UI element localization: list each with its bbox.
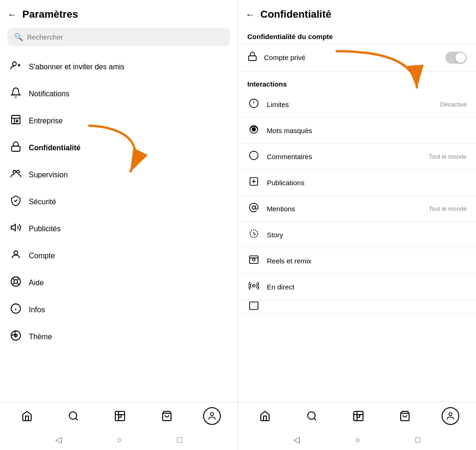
menu-item-abonner[interactable]: S'abonner et inviter des amis: [0, 54, 238, 81]
privacy-item-limites-value: Désactivé: [440, 101, 467, 108]
privacy-item-story[interactable]: Story: [238, 222, 476, 248]
svg-rect-6: [12, 146, 20, 151]
menu-item-securite[interactable]: Sécurité: [0, 188, 238, 215]
menu-item-compte-label: Compte: [29, 252, 55, 260]
svg-line-51: [314, 418, 316, 420]
svg-point-57: [449, 412, 452, 416]
privacy-item-limites[interactable]: Limites Désactivé: [238, 92, 476, 118]
menu-item-supervision[interactable]: Supervision: [0, 161, 238, 188]
svg-line-14: [17, 283, 19, 285]
left-nav-search[interactable]: [63, 406, 84, 426]
menu-item-securite-label: Sécurité: [29, 198, 56, 206]
shield-icon: [9, 195, 22, 209]
bell-icon: [9, 87, 22, 101]
more-icon: [247, 301, 260, 313]
svg-point-20: [11, 331, 20, 340]
svg-rect-45: [250, 256, 258, 264]
menu-item-theme[interactable]: Thème: [0, 323, 238, 350]
right-nav-home[interactable]: [255, 406, 275, 426]
menu-item-notifications-label: Notifications: [29, 90, 69, 98]
menu-item-aide[interactable]: Aide: [0, 269, 238, 296]
privacy-item-mentions-value: Tout le monde: [429, 205, 467, 212]
right-nav-search[interactable]: [302, 406, 322, 426]
broadcast-icon: [247, 281, 260, 293]
compte-prive-row[interactable]: Compte privé: [238, 44, 476, 72]
left-nav-reels[interactable]: [110, 406, 130, 426]
menu-item-abonner-label: S'abonner et inviter des amis: [29, 63, 125, 71]
svg-line-44: [254, 234, 256, 235]
svg-marker-9: [11, 224, 15, 231]
svg-point-12: [14, 280, 18, 283]
info-icon: [9, 303, 22, 317]
right-android-back[interactable]: ◁: [293, 435, 300, 445]
svg-point-10: [14, 251, 18, 255]
left-nav-profile[interactable]: [203, 407, 221, 425]
menu-item-confidentialite-label: Confidentialité: [29, 144, 80, 152]
svg-rect-4: [12, 115, 20, 124]
left-bottom-nav: [0, 402, 238, 430]
privacy-item-more[interactable]: [238, 300, 476, 314]
megaphone-icon: [9, 222, 22, 236]
privacy-item-commentaires[interactable]: Commentaires Tout le monde: [238, 144, 476, 170]
left-android-nav: ◁ ○ □: [0, 430, 238, 450]
menu-item-supervision-label: Supervision: [29, 171, 68, 179]
svg-point-50: [308, 412, 315, 419]
left-android-home[interactable]: ○: [117, 435, 122, 445]
svg-point-7: [13, 170, 16, 173]
svg-rect-31: [249, 56, 257, 60]
compte-prive-toggle[interactable]: [445, 52, 467, 64]
menu-item-infos-label: Infos: [29, 306, 45, 314]
right-nav-shop[interactable]: [395, 406, 415, 426]
privacy-item-en-direct[interactable]: En direct: [238, 274, 476, 300]
svg-rect-52: [354, 411, 363, 421]
svg-point-36: [252, 128, 255, 131]
right-nav-profile[interactable]: [442, 407, 459, 425]
left-android-recents[interactable]: □: [177, 435, 182, 445]
search-bar[interactable]: 🔍: [7, 28, 230, 46]
search-icon: 🔍: [14, 33, 23, 41]
svg-rect-49: [250, 302, 258, 310]
svg-line-13: [13, 278, 14, 280]
menu-item-entreprise[interactable]: Entreprise: [0, 107, 238, 134]
lifebuoy-icon: [9, 276, 22, 290]
privacy-item-reels-label: Reels et remix: [267, 257, 460, 265]
svg-point-29: [211, 412, 214, 416]
privacy-item-mots-masques[interactable]: Mots masqués: [238, 118, 476, 144]
menu-item-confidentialite[interactable]: Confidentialité: [0, 134, 238, 161]
menu-item-compte[interactable]: Compte: [0, 242, 238, 269]
svg-line-15: [17, 278, 19, 280]
menu-item-infos[interactable]: Infos: [0, 296, 238, 323]
svg-point-46: [252, 258, 255, 261]
left-nav-shop[interactable]: [157, 406, 177, 426]
privacy-item-commentaires-value: Tout le monde: [429, 153, 467, 160]
privacy-item-publications[interactable]: Publications: [238, 170, 476, 196]
privacy-item-commentaires-label: Commentaires: [267, 153, 422, 161]
right-android-nav: ◁ ○ □: [238, 430, 476, 450]
menu-item-aide-label: Aide: [29, 279, 44, 287]
menu-item-entreprise-label: Entreprise: [29, 117, 63, 125]
comment-icon: [247, 150, 260, 163]
right-android-home[interactable]: ○: [355, 435, 360, 445]
menu-item-notifications[interactable]: Notifications: [0, 81, 238, 107]
supervision-icon: [9, 168, 22, 182]
right-android-recents[interactable]: □: [416, 435, 421, 445]
privacy-item-story-label: Story: [267, 231, 460, 239]
svg-line-23: [76, 418, 78, 420]
left-nav-home[interactable]: [17, 406, 37, 426]
menu-item-theme-label: Thème: [29, 333, 52, 341]
menu-item-publicites[interactable]: Publicités: [0, 215, 238, 242]
privacy-item-reels[interactable]: Reels et remix: [238, 248, 476, 274]
alert-circle-icon: [247, 98, 260, 111]
privacy-item-mots-masques-label: Mots masqués: [267, 127, 460, 134]
lock-icon: [9, 141, 22, 155]
right-nav-reels[interactable]: [348, 406, 369, 426]
left-panel-title: Paramètres: [22, 8, 78, 20]
privacy-item-limites-label: Limites: [267, 101, 434, 108]
right-back-button[interactable]: ←: [245, 9, 255, 20]
left-back-button[interactable]: ←: [7, 9, 17, 20]
at-icon: [247, 202, 260, 215]
svg-point-8: [17, 170, 20, 173]
left-android-back[interactable]: ◁: [55, 435, 62, 445]
search-input[interactable]: [27, 33, 224, 41]
privacy-item-mentions[interactable]: Mentions Tout le monde: [238, 196, 476, 222]
